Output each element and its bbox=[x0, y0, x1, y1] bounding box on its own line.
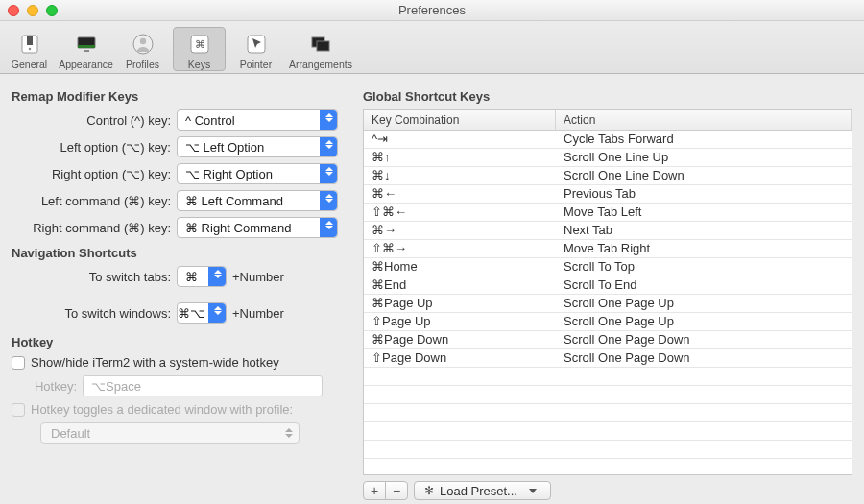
remap-select-0[interactable]: ^ Control bbox=[177, 109, 338, 131]
select-value: ⌘ Left Command bbox=[185, 194, 283, 208]
table-row[interactable]: ⇧Page UpScroll One Page Up bbox=[364, 313, 852, 331]
table-row[interactable]: .. bbox=[364, 404, 852, 422]
add-shortcut-button[interactable]: + bbox=[363, 481, 386, 500]
table-row[interactable]: ⌘EndScroll To End bbox=[364, 276, 852, 295]
window-close-button[interactable] bbox=[8, 5, 19, 16]
table-row[interactable]: ⇧⌘←Move Tab Left bbox=[364, 204, 852, 222]
remap-label: Left option (⌥) key: bbox=[12, 140, 177, 155]
titlebar: Preferences bbox=[0, 0, 864, 21]
tab-label: Keys bbox=[188, 59, 210, 70]
global-header: Global Shortcut Keys bbox=[363, 89, 852, 104]
window-minimize-button[interactable] bbox=[27, 5, 38, 16]
table-row[interactable]: .. bbox=[364, 368, 852, 386]
cell-combo: ⇧Page Down bbox=[364, 349, 556, 367]
window-zoom-button[interactable] bbox=[46, 5, 58, 16]
cell-action: Move Tab Right bbox=[556, 240, 852, 257]
nav-windows-select[interactable]: ⌘⌥ bbox=[177, 302, 227, 324]
table-row[interactable]: ⌘↑Scroll One Line Up bbox=[364, 149, 852, 167]
svg-rect-1 bbox=[27, 36, 33, 45]
tab-label: General bbox=[12, 59, 47, 70]
svg-text:⌘: ⌘ bbox=[194, 38, 204, 50]
cell-combo: ⌘↑ bbox=[364, 149, 556, 166]
table-row[interactable]: ⌘HomeScroll To Top bbox=[364, 258, 852, 276]
hotkey-toggle-checkbox bbox=[12, 403, 25, 417]
person-icon bbox=[129, 32, 157, 57]
table-row[interactable]: ⌘Page DownScroll One Page Down bbox=[364, 331, 852, 349]
remap-label: Right command (⌘) key: bbox=[12, 221, 177, 235]
tab-keys[interactable]: ⌘ Keys bbox=[173, 27, 226, 71]
nav-tabs-label: To switch tabs: bbox=[12, 270, 177, 284]
table-row[interactable]: ^⇥Cycle Tabs Forward bbox=[364, 131, 852, 149]
select-value: ⌘ Right Command bbox=[185, 221, 292, 235]
cell-combo: ⌘Page Down bbox=[364, 331, 556, 348]
tab-label: Appearance bbox=[59, 59, 113, 70]
table-row[interactable]: ⌘←Previous Tab bbox=[364, 185, 852, 204]
shortcut-table: Key Combination Action ^⇥Cycle Tabs Forw… bbox=[363, 109, 852, 475]
hotkey-showhide-checkbox[interactable] bbox=[12, 356, 25, 370]
cell-action: Scroll One Page Up bbox=[556, 295, 852, 312]
table-row[interactable]: ⌘→Next Tab bbox=[364, 222, 852, 240]
nav-windows-label: To switch windows: bbox=[12, 306, 177, 321]
pointer-icon bbox=[242, 32, 271, 57]
switch-icon bbox=[15, 32, 44, 57]
select-value: Default bbox=[51, 426, 90, 441]
remap-label: Right option (⌥) key: bbox=[12, 167, 177, 181]
col-action[interactable]: Action bbox=[556, 110, 852, 130]
cell-combo: ⌘End bbox=[364, 276, 556, 294]
chevron-down-icon bbox=[529, 489, 537, 493]
cell-action: Next Tab bbox=[556, 222, 852, 239]
hotkey-profile-select: Default bbox=[40, 422, 300, 444]
select-value: ⌥ Right Option bbox=[185, 167, 273, 181]
cell-action: Scroll To End bbox=[556, 276, 852, 294]
cell-combo: ⌘Home bbox=[364, 258, 556, 276]
nav-tabs-select[interactable]: ⌘ bbox=[177, 266, 227, 287]
preset-label: Load Preset... bbox=[440, 484, 517, 498]
cell-action: Cycle Tabs Forward bbox=[556, 131, 852, 148]
cell-action: Scroll To Top bbox=[556, 258, 852, 276]
cell-action: Scroll One Page Down bbox=[556, 331, 852, 348]
hotkey-showhide-label: Show/hide iTerm2 with a system-wide hotk… bbox=[31, 355, 279, 370]
table-row[interactable]: .. bbox=[364, 441, 852, 459]
windows-icon bbox=[306, 32, 335, 57]
cell-action: Scroll One Line Down bbox=[556, 167, 852, 184]
cell-combo: ⌘→ bbox=[364, 222, 556, 239]
remap-select-4[interactable]: ⌘ Right Command bbox=[177, 217, 338, 238]
tab-pointer[interactable]: Pointer bbox=[229, 28, 282, 70]
hotkey-header: Hotkey bbox=[12, 335, 346, 349]
tab-label: Profiles bbox=[126, 59, 159, 70]
table-row[interactable]: ⇧Page DownScroll One Page Down bbox=[364, 349, 852, 368]
svg-rect-5 bbox=[84, 50, 89, 52]
tab-label: Arrangements bbox=[289, 59, 352, 70]
hotkey-toggle-label: Hotkey toggles a dedicated window with p… bbox=[31, 402, 293, 417]
tab-label: Pointer bbox=[240, 59, 272, 70]
hotkey-field[interactable]: ⌥Space bbox=[83, 375, 323, 396]
cell-action: Previous Tab bbox=[556, 185, 852, 203]
tab-profiles[interactable]: Profiles bbox=[116, 28, 169, 70]
svg-point-7 bbox=[139, 37, 145, 43]
cell-combo: ⌘← bbox=[364, 185, 556, 203]
load-preset-button[interactable]: ✻ Load Preset... bbox=[414, 481, 551, 500]
remap-label: Left command (⌘) key: bbox=[12, 194, 177, 208]
hotkey-field-value: ⌥Space bbox=[91, 379, 141, 394]
table-row[interactable]: ⌘Page UpScroll One Page Up bbox=[364, 295, 852, 313]
gear-icon: ✻ bbox=[424, 484, 434, 497]
tab-arrangements[interactable]: Arrangements bbox=[286, 28, 355, 70]
tab-general[interactable]: General bbox=[3, 28, 56, 70]
remap-select-2[interactable]: ⌥ Right Option bbox=[177, 163, 338, 184]
tab-appearance[interactable]: Appearance bbox=[60, 28, 112, 70]
svg-rect-12 bbox=[317, 41, 329, 51]
select-value: ^ Control bbox=[185, 113, 235, 128]
cell-combo: ⇧⌘← bbox=[364, 204, 556, 221]
table-row[interactable]: ⌘↓Scroll One Line Down bbox=[364, 167, 852, 185]
col-key-combination[interactable]: Key Combination bbox=[364, 110, 556, 130]
remap-select-1[interactable]: ⌥ Left Option bbox=[177, 136, 338, 157]
cell-combo: ⇧Page Up bbox=[364, 313, 556, 330]
table-row[interactable]: .. bbox=[364, 422, 852, 441]
remap-label: Control (^) key: bbox=[12, 113, 177, 128]
table-row[interactable]: ⇧⌘→Move Tab Right bbox=[364, 240, 852, 258]
cell-action: Scroll One Page Up bbox=[556, 313, 852, 330]
preferences-toolbar: General Appearance Profiles ⌘ Keys Point… bbox=[0, 21, 864, 74]
remap-select-3[interactable]: ⌘ Left Command bbox=[177, 190, 338, 211]
remove-shortcut-button[interactable]: − bbox=[385, 481, 408, 500]
table-row[interactable]: .. bbox=[364, 386, 852, 404]
